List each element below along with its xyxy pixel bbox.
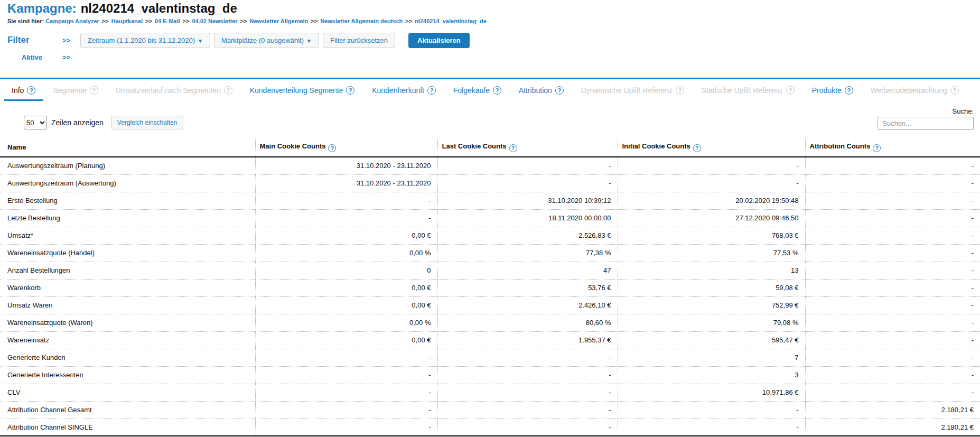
filter-row: Filter >> Zeitraum (1.1.2020 bis 31.12.2…	[7, 33, 980, 48]
cell-last: 2.426,10 €	[437, 296, 618, 314]
cell-last: 18.11.2020 00:00:00	[437, 209, 618, 227]
cell-name: Anzahl Bestellungen	[0, 262, 255, 279]
cell-initial: 10.971,86 €	[618, 384, 805, 401]
tab-label: Attribution	[519, 86, 552, 95]
cell-name: Attribution Channel Gesamt	[0, 401, 255, 419]
cell-initial: 27.12.2020 09:46:50	[618, 209, 805, 227]
help-icon[interactable]: ?	[845, 86, 853, 95]
tab-statische-uplift-referenz: Statische Uplift Referenz?	[694, 79, 802, 101]
cell-last: -	[437, 157, 618, 174]
help-icon[interactable]: ?	[27, 86, 35, 95]
rows-per-page-select[interactable]: 50	[24, 116, 47, 129]
help-icon[interactable]: ?	[427, 86, 436, 95]
zeitraum-dropdown[interactable]: Zeitraum (1.1.2020 bis 31.12.2020)▼	[80, 33, 210, 48]
cell-initial: 13	[618, 262, 805, 279]
breadcrumb-link-04-e-mail[interactable]: 04 E-Mail	[155, 18, 180, 24]
help-icon[interactable]: ?	[555, 86, 564, 95]
tab-label: Statische Uplift Referenz	[702, 86, 783, 95]
cell-main: 0,00 €	[255, 227, 437, 244]
table-row-umsatz-waren: Umsatz Waren0,00 €2.426,10 €752,99 €-	[0, 296, 980, 314]
help-icon[interactable]: ?	[346, 86, 354, 95]
cell-initial: 3	[618, 366, 805, 384]
filter-reset-button[interactable]: Filter zurücksetzen	[323, 33, 395, 48]
help-icon: ?	[676, 86, 684, 95]
breadcrumb-link-newsletter-allgemein[interactable]: Newsletter Allgemein	[249, 18, 308, 24]
table-row-wareneinsatzquote-waren: Wareneinsatzquote (Waren)0,00 %80,60 %79…	[0, 314, 980, 331]
help-icon[interactable]: ?	[873, 144, 881, 152]
cell-initial: -	[618, 401, 805, 419]
help-icon[interactable]: ?	[693, 144, 701, 152]
help-icon[interactable]: ?	[328, 144, 336, 152]
cell-name: Auswertungszeitraum (Auswertung)	[0, 174, 255, 192]
search-input[interactable]	[878, 117, 974, 130]
help-icon: ?	[950, 86, 959, 95]
tab-folgek-ufe[interactable]: Folgekäufe?	[446, 79, 509, 101]
tab-segmente: Segmente?	[45, 79, 106, 101]
cell-attribution: -	[805, 209, 980, 227]
cell-initial: -	[618, 157, 805, 174]
cell-main: -	[255, 401, 437, 419]
cell-last: 1.955,37 €	[437, 331, 618, 349]
cell-initial: -	[618, 419, 805, 436]
column-header-initial-cookie-counts[interactable]: Initial Cookie Counts?	[618, 138, 805, 157]
filter-section: Filter >> Zeitraum (1.1.2020 bis 31.12.2…	[0, 33, 980, 61]
breadcrumb-separator: >>	[240, 18, 247, 24]
update-button[interactable]: Aktualisieren	[408, 33, 470, 48]
tab-attribution[interactable]: Attribution?	[511, 79, 571, 101]
cell-attribution: -	[805, 174, 980, 192]
cell-initial: 7	[618, 349, 805, 366]
cell-last: -	[437, 401, 618, 419]
tab-label: Segmente	[53, 86, 87, 95]
table-controls: 50 Zeilen anzeigen Vergleich einschalten…	[0, 111, 980, 137]
help-icon: ?	[786, 86, 795, 95]
cell-main: 0	[255, 262, 437, 279]
breadcrumb-link-04-02-newsletter[interactable]: 04.02 Newsletter	[192, 18, 237, 24]
tab-dynamische-uplift-referenz: Dynamische Uplift Referenz?	[574, 79, 692, 101]
table-row-generierte-kunden: Generierte Kunden--7-	[0, 349, 980, 366]
help-icon: ?	[224, 86, 232, 95]
cell-last: -	[437, 349, 618, 366]
table-row-erste-bestellung: Erste Bestellung-31.10.2020 10:39:1220.0…	[0, 192, 980, 209]
cell-main: 0,00 %	[255, 314, 437, 331]
breadcrumb-separator: >>	[102, 18, 109, 24]
table-row-wareneinsatzquote-handel: Wareneinsatzquote (Handel)0,00 %77,38 %7…	[0, 244, 980, 262]
chevron-down-icon: ▼	[306, 38, 312, 44]
marktplaetze-dropdown[interactable]: Marktplätze (0 ausgewählt)▼	[214, 33, 319, 48]
table-row-warenkorb: Warenkorb0,00 €53,76 €59,08 €-	[0, 279, 980, 296]
tab-kundenverteilung-segmente[interactable]: Kundenverteilung Segmente?	[242, 79, 362, 101]
table-row-anzahl-bestellungen: Anzahl Bestellungen04713-	[0, 262, 980, 279]
search-block: Suche:	[878, 107, 974, 130]
marktplaetze-dropdown-label: Marktplätze (0 ausgewählt)	[221, 36, 304, 44]
breadcrumb-link-hauptkanal[interactable]: Hauptkanal	[111, 18, 143, 24]
cell-main: -	[255, 366, 437, 384]
cell-last: -	[437, 419, 618, 436]
cell-name: Wareneinsatz	[0, 331, 255, 349]
search-label: Suche:	[878, 107, 974, 115]
breadcrumb: Sie sind hier: Campaign Analyzer>>Hauptk…	[7, 18, 980, 24]
tab-produkte[interactable]: Produkte?	[805, 79, 861, 101]
breadcrumb-link-campaign-analyzer[interactable]: Campaign Analyzer	[45, 18, 99, 24]
info-table-body: Auswertungszeitraum (Planung)31.10.2020 …	[0, 157, 980, 436]
zeitraum-dropdown-label: Zeitraum (1.1.2020 bis 31.12.2020)	[88, 36, 195, 44]
compare-toggle-button[interactable]: Vergleich einschalten	[111, 116, 183, 129]
column-header-main-cookie-counts[interactable]: Main Cookie Counts?	[255, 138, 437, 157]
breadcrumb-link-newsletter-allgemein-deutsch[interactable]: Newsletter Allgemein deutsch	[320, 18, 403, 24]
filter-expander[interactable]: >>	[62, 36, 80, 44]
cell-attribution: -	[805, 296, 980, 314]
breadcrumb-link-nl240214-valentinstag-de[interactable]: nl240214_valentinstag_de	[415, 18, 487, 24]
column-header-name[interactable]: Name	[0, 138, 255, 157]
help-icon[interactable]: ?	[493, 86, 501, 95]
table-row-letzte-bestellung: Letzte Bestellung-18.11.2020 00:00:0027.…	[0, 209, 980, 227]
cell-initial: 20.02.2020 19:50:48	[618, 192, 805, 209]
tab-info[interactable]: Info?	[4, 79, 43, 101]
help-icon[interactable]: ?	[509, 144, 517, 152]
cell-initial: 768,03 €	[618, 227, 805, 244]
aktive-expander[interactable]: >>	[62, 53, 80, 61]
cell-attribution: -	[805, 366, 980, 384]
tab-bar: Info?Segmente?Umsatzverlauf nach Segment…	[0, 79, 980, 101]
column-header-attribution-counts[interactable]: Attribution Counts?	[805, 138, 980, 157]
tab-kundenherkunft[interactable]: Kundenherkunft?	[365, 79, 443, 101]
column-header-last-cookie-counts[interactable]: Last Cookie Counts?	[437, 138, 618, 157]
cell-attribution: -	[805, 262, 980, 279]
cell-initial: 77,53 %	[618, 244, 805, 262]
